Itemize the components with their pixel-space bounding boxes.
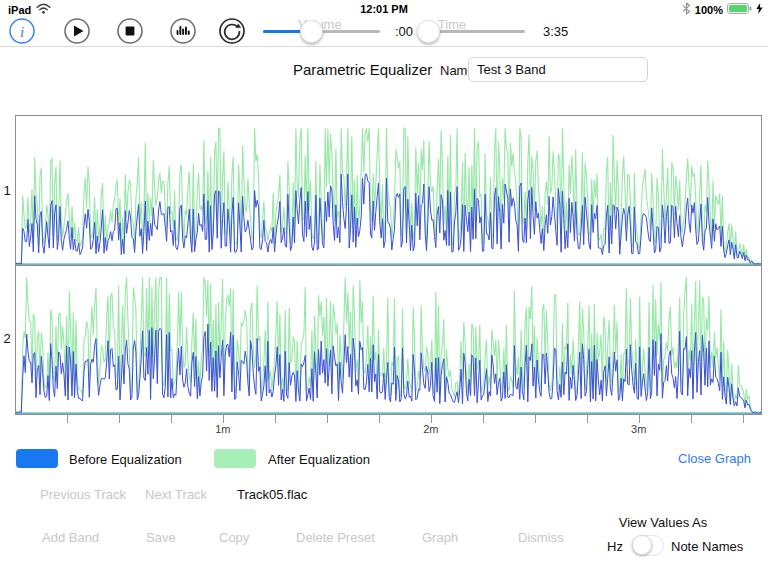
legend-after-swatch bbox=[214, 449, 256, 468]
axis-tick-label: 3m bbox=[619, 423, 659, 435]
axis-tick bbox=[275, 415, 276, 423]
axis-tick-label: 2m bbox=[411, 423, 451, 435]
hz-label: Hz bbox=[607, 539, 623, 554]
axis-tick bbox=[639, 415, 640, 423]
axis-tick bbox=[483, 415, 484, 423]
duration-time: 3:35 bbox=[543, 24, 568, 39]
copy-button[interactable]: Copy bbox=[219, 530, 249, 545]
axis-tick bbox=[431, 415, 432, 423]
values-toggle-thumb[interactable] bbox=[632, 535, 652, 555]
axis-tick bbox=[171, 415, 172, 423]
legend-before-swatch bbox=[16, 449, 58, 468]
charging-bolt-icon bbox=[756, 3, 763, 16]
time-thumb[interactable] bbox=[417, 20, 440, 43]
axis-tick bbox=[691, 415, 692, 423]
clock: 12:01 PM bbox=[0, 3, 768, 15]
loop-button[interactable] bbox=[218, 17, 246, 45]
stop-button[interactable] bbox=[116, 17, 144, 45]
volume-thumb[interactable] bbox=[300, 20, 323, 43]
delete-preset-button[interactable]: Delete Preset bbox=[296, 530, 375, 545]
waveform-chart bbox=[15, 115, 762, 415]
axis-tick bbox=[379, 415, 380, 423]
transport-toolbar: i Volume :0 bbox=[0, 20, 768, 47]
axis-tick bbox=[535, 415, 536, 423]
legend-before-label: Before Equalization bbox=[69, 452, 182, 467]
page-title: Parametric Equalizer bbox=[293, 61, 432, 78]
close-graph-button[interactable]: Close Graph bbox=[678, 451, 751, 466]
values-toggle[interactable] bbox=[632, 535, 664, 556]
channel-2-label: 2 bbox=[1, 331, 13, 346]
preset-name-input[interactable] bbox=[468, 57, 648, 82]
svg-text:i: i bbox=[20, 24, 24, 40]
axis-tick bbox=[587, 415, 588, 423]
axis-tick bbox=[119, 415, 120, 423]
axis-tick bbox=[223, 415, 224, 423]
battery-percent: 100% bbox=[695, 4, 723, 16]
play-button[interactable] bbox=[63, 17, 91, 45]
dismiss-button[interactable]: Dismiss bbox=[518, 530, 564, 545]
track-name: Track05.flac bbox=[237, 487, 307, 502]
axis-tick bbox=[67, 415, 68, 423]
axis-tick bbox=[743, 415, 744, 423]
axis-tick-label: 1m bbox=[203, 423, 243, 435]
previous-track-button[interactable]: Previous Track bbox=[40, 487, 126, 502]
bluetooth-icon bbox=[682, 2, 691, 17]
channel-1-label: 1 bbox=[1, 183, 13, 198]
elapsed-time: :00 bbox=[385, 24, 413, 39]
save-button[interactable]: Save bbox=[146, 530, 176, 545]
battery-icon bbox=[727, 3, 752, 16]
add-band-button[interactable]: Add Band bbox=[42, 530, 99, 545]
time-axis: 1m2m3m bbox=[15, 415, 762, 437]
info-button[interactable]: i bbox=[8, 17, 36, 45]
axis-tick bbox=[327, 415, 328, 423]
graph-button[interactable]: Graph bbox=[422, 530, 458, 545]
legend-after-label: After Equalization bbox=[268, 452, 370, 467]
view-values-title: View Values As bbox=[617, 515, 709, 530]
levels-button[interactable] bbox=[169, 17, 197, 45]
next-track-button[interactable]: Next Track bbox=[145, 487, 207, 502]
note-names-label: Note Names bbox=[671, 539, 743, 554]
